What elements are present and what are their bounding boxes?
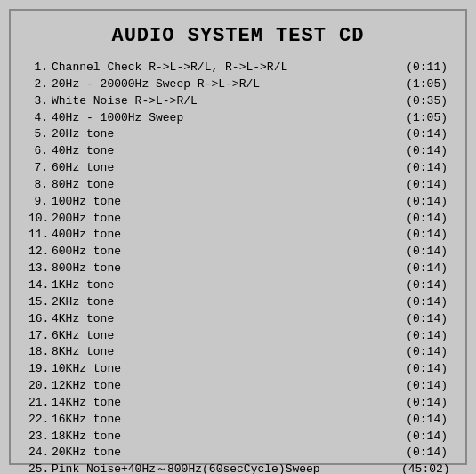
track-number: 24. bbox=[28, 445, 52, 462]
track-name: 4KHz tone bbox=[52, 311, 401, 328]
track-number: 11. bbox=[28, 227, 52, 244]
track-duration: (0:14) bbox=[401, 344, 448, 361]
track-duration: (45:02) bbox=[401, 462, 448, 474]
track-duration: (0:14) bbox=[401, 328, 448, 345]
track-duration: (0:14) bbox=[401, 361, 448, 378]
track-number: 15. bbox=[28, 294, 52, 311]
track-name: 2KHz tone bbox=[52, 294, 401, 311]
track-name: 8KHz tone bbox=[52, 344, 401, 361]
track-list: 1.Channel Check R->L->R/L, R->L->R/L(0:1… bbox=[28, 60, 448, 474]
track-name: 20KHz tone bbox=[52, 445, 401, 462]
track-duration: (0:14) bbox=[401, 445, 448, 462]
track-name: Pink Noise+40Hz～800Hz(60secCycle)Sweep bbox=[52, 462, 401, 474]
track-name: 200Hz tone bbox=[52, 211, 401, 228]
track-name: 400Hz tone bbox=[52, 227, 401, 244]
track-number: 6. bbox=[28, 143, 52, 160]
track-duration: (0:14) bbox=[401, 277, 448, 294]
track-name: 800Hz tone bbox=[52, 261, 401, 277]
track-number: 3. bbox=[28, 93, 52, 110]
track-row: 1.Channel Check R->L->R/L, R->L->R/L(0:1… bbox=[28, 60, 448, 76]
track-number: 20. bbox=[28, 378, 52, 395]
track-number: 12. bbox=[28, 244, 52, 261]
track-duration: (0:14) bbox=[401, 294, 448, 311]
track-name: 6KHz tone bbox=[52, 328, 401, 345]
track-name: 60Hz tone bbox=[52, 160, 401, 177]
track-duration: (0:14) bbox=[401, 160, 448, 177]
track-row: 25.Pink Noise+40Hz～800Hz(60secCycle)Swee… bbox=[28, 462, 448, 474]
track-number: 10. bbox=[28, 211, 52, 228]
track-row: 24.20KHz tone(0:14) bbox=[28, 445, 448, 462]
page-title: AUDIO SYSTEM TEST CD bbox=[28, 25, 448, 47]
track-duration: (0:14) bbox=[401, 194, 448, 211]
track-row: 23.18KHz tone(0:14) bbox=[28, 429, 448, 446]
track-row: 14.1KHz tone(0:14) bbox=[28, 277, 448, 294]
track-number: 23. bbox=[28, 429, 52, 446]
main-container: AUDIO SYSTEM TEST CD 1.Channel Check R->… bbox=[9, 9, 467, 465]
track-row: 3.White Noise R->L->R/L(0:35) bbox=[28, 93, 448, 110]
track-duration: (0:14) bbox=[401, 211, 448, 228]
track-number: 1. bbox=[28, 60, 52, 76]
track-row: 12.600Hz tone(0:14) bbox=[28, 244, 448, 261]
track-name: 14KHz tone bbox=[52, 395, 401, 412]
track-row: 19.10KHz tone(0:14) bbox=[28, 361, 448, 378]
track-number: 19. bbox=[28, 361, 52, 378]
track-row: 18.8KHz tone(0:14) bbox=[28, 344, 448, 361]
track-row: 13.800Hz tone(0:14) bbox=[28, 261, 448, 277]
track-number: 18. bbox=[28, 344, 52, 361]
track-row: 9.100Hz tone(0:14) bbox=[28, 194, 448, 211]
track-number: 8. bbox=[28, 177, 52, 194]
track-name: 80Hz tone bbox=[52, 177, 401, 194]
track-name: White Noise R->L->R/L bbox=[52, 93, 401, 110]
track-number: 13. bbox=[28, 261, 52, 277]
track-name: 16KHz tone bbox=[52, 412, 401, 429]
track-duration: (0:14) bbox=[401, 395, 448, 412]
track-row: 5.20Hz tone(0:14) bbox=[28, 126, 448, 143]
track-name: 40Hz tone bbox=[52, 143, 401, 160]
track-row: 2.20Hz - 20000Hz Sweep R->L->R/L(1:05) bbox=[28, 76, 448, 93]
track-row: 20.12KHz tone(0:14) bbox=[28, 378, 448, 395]
track-number: 14. bbox=[28, 277, 52, 294]
track-number: 9. bbox=[28, 194, 52, 211]
track-duration: (0:14) bbox=[401, 311, 448, 328]
track-duration: (1:05) bbox=[401, 76, 448, 93]
track-number: 5. bbox=[28, 126, 52, 143]
track-duration: (0:11) bbox=[401, 60, 448, 76]
track-duration: (0:14) bbox=[401, 244, 448, 261]
track-name: 18KHz tone bbox=[52, 429, 401, 446]
track-number: 7. bbox=[28, 160, 52, 177]
track-number: 25. bbox=[28, 462, 52, 474]
track-name: 20Hz - 20000Hz Sweep R->L->R/L bbox=[52, 76, 401, 93]
track-name: 40Hz - 1000Hz Sweep bbox=[52, 110, 401, 127]
track-name: 20Hz tone bbox=[52, 126, 401, 143]
track-duration: (0:14) bbox=[401, 412, 448, 429]
track-duration: (0:14) bbox=[401, 261, 448, 277]
track-row: 7.60Hz tone(0:14) bbox=[28, 160, 448, 177]
track-name: 1KHz tone bbox=[52, 277, 401, 294]
track-row: 4.40Hz - 1000Hz Sweep(1:05) bbox=[28, 110, 448, 127]
track-duration: (0:14) bbox=[401, 126, 448, 143]
track-row: 21.14KHz tone(0:14) bbox=[28, 395, 448, 412]
track-name: 100Hz tone bbox=[52, 194, 401, 211]
track-name: 10KHz tone bbox=[52, 361, 401, 378]
track-row: 15.2KHz tone(0:14) bbox=[28, 294, 448, 311]
track-number: 2. bbox=[28, 76, 52, 93]
track-row: 11.400Hz tone(0:14) bbox=[28, 227, 448, 244]
track-number: 22. bbox=[28, 412, 52, 429]
track-duration: (0:14) bbox=[401, 143, 448, 160]
track-name: Channel Check R->L->R/L, R->L->R/L bbox=[52, 60, 401, 76]
track-number: 17. bbox=[28, 328, 52, 345]
track-name: 12KHz tone bbox=[52, 378, 401, 395]
track-row: 10.200Hz tone(0:14) bbox=[28, 211, 448, 228]
track-number: 21. bbox=[28, 395, 52, 412]
track-number: 16. bbox=[28, 311, 52, 328]
track-duration: (0:14) bbox=[401, 378, 448, 395]
track-row: 8.80Hz tone(0:14) bbox=[28, 177, 448, 194]
track-row: 22.16KHz tone(0:14) bbox=[28, 412, 448, 429]
track-row: 16.4KHz tone(0:14) bbox=[28, 311, 448, 328]
track-number: 4. bbox=[28, 110, 52, 127]
track-duration: (1:05) bbox=[401, 110, 448, 127]
track-duration: (0:14) bbox=[401, 227, 448, 244]
track-row: 17.6KHz tone(0:14) bbox=[28, 328, 448, 345]
track-duration: (0:14) bbox=[401, 177, 448, 194]
track-name: 600Hz tone bbox=[52, 244, 401, 261]
